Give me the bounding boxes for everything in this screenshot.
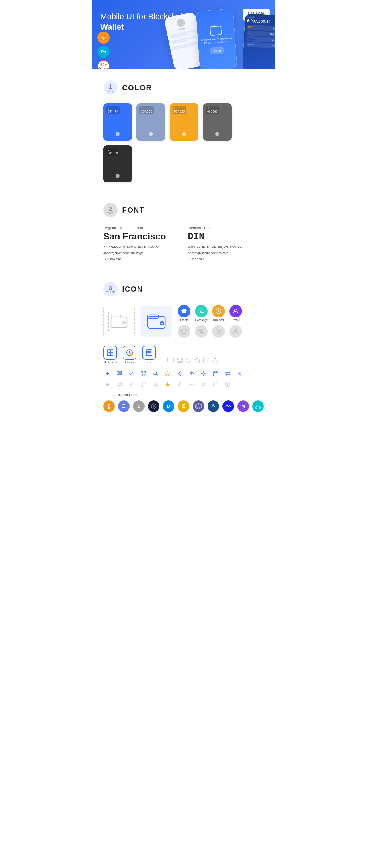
section-number-1: 1 ONE (103, 81, 117, 95)
svg-marker-73 (197, 404, 200, 408)
section-number-2: 2 TWO (103, 203, 117, 217)
svg-marker-63 (165, 382, 170, 387)
svg-rect-29 (168, 358, 173, 362)
wallet-icon-guideline (103, 306, 135, 337)
svg-point-16 (216, 329, 221, 334)
svg-rect-20 (110, 350, 113, 352)
x-icon-gray (200, 380, 207, 389)
waves-icon (223, 401, 234, 412)
svg-rect-44 (141, 374, 143, 376)
nav-icons-area: Assets Exchange Discover (178, 305, 264, 338)
svg-marker-72 (196, 403, 201, 409)
crypto-coins-row: ₿ Ξ Ł D Z M (103, 401, 264, 412)
settings-icon (200, 370, 207, 378)
svg-point-71 (227, 383, 228, 384)
icon-section: 3 THREE ICON (92, 271, 275, 421)
icon-profile: Profile (229, 305, 242, 322)
svg-point-49 (203, 373, 204, 374)
icon-title: ICON (122, 285, 143, 293)
icon-assets: Assets (178, 305, 190, 322)
swatch-orange: #F5A623 (170, 103, 198, 141)
font-section-header: 2 TWO FONT (103, 203, 264, 217)
svg-rect-21 (107, 353, 110, 355)
section-number-3: 3 THREE (103, 282, 117, 296)
bitcoin-icon: ₿ (103, 401, 115, 412)
litecoin-icon: Ł (133, 401, 144, 412)
info-icon (212, 358, 218, 364)
icon-discover: Discover (212, 305, 225, 322)
chevron-left-icon (175, 370, 184, 378)
refresh-icon (211, 380, 220, 389)
ethereum-icon: Ξ (118, 401, 130, 412)
icon-exchange: Exchange (195, 305, 207, 322)
svg-rect-59 (144, 382, 146, 384)
chat-icon (167, 358, 174, 364)
grid-icon (193, 401, 204, 412)
wallet-icon-filled (140, 306, 172, 337)
moon-icon (186, 358, 192, 364)
swap-icon (224, 370, 232, 378)
nav-icons-top-row: Assets Exchange Discover (178, 305, 264, 322)
icon-order: Order (142, 346, 156, 364)
phones-area: Profile (161, 9, 275, 69)
color-section-header: 1 ONE COLOR (103, 81, 264, 95)
icon-history: History (123, 346, 137, 364)
close-icon (236, 370, 244, 378)
svg-point-30 (177, 358, 182, 360)
color-section: 1 ONE COLOR #3574FA #8DA0C8 #F5A623 #666… (92, 69, 275, 191)
share-icon (188, 370, 196, 378)
nav-icons-outline-row (178, 325, 264, 338)
matic-icon: M (237, 401, 249, 412)
ps-badge: Ps (97, 46, 110, 58)
svg-rect-32 (203, 358, 209, 362)
stratis-icon (207, 401, 219, 412)
svg-point-65 (191, 384, 192, 385)
icon-management: Mangment (103, 346, 117, 364)
bottom-nav-icons: Mangment History Order (103, 346, 264, 364)
svg-line-62 (156, 385, 158, 387)
search-icon (151, 370, 160, 378)
font-title: FONT (122, 206, 145, 215)
misc-icons-row (167, 358, 218, 364)
svg-marker-11 (181, 309, 187, 313)
svg-rect-50 (213, 372, 218, 376)
font-din: Medium · Bold DIN ABCDEFGHIJKLMNOPQRSTUV… (188, 226, 264, 261)
circle-icon (194, 358, 200, 364)
icon-section-header: 3 THREE ICON (103, 282, 264, 296)
edit-icon-gray (115, 380, 123, 389)
info-icon-gray (224, 380, 232, 389)
svg-rect-55 (117, 382, 121, 385)
utility-icons-row-gray (103, 380, 264, 389)
svg-marker-15 (181, 329, 187, 334)
svg-rect-6 (122, 321, 126, 324)
star-icon-orange (163, 380, 171, 389)
dash-icon: D (163, 401, 174, 412)
plus-icon-gray (103, 380, 111, 389)
svg-marker-48 (165, 372, 170, 376)
wallet-icon-gray (110, 314, 128, 328)
fonts-grid: Regular · Medium · Bold San Francisco AB… (103, 226, 264, 261)
check-icon (127, 370, 135, 378)
dots-icon (188, 380, 196, 389)
chevron-left-icon-gray (175, 380, 184, 389)
svg-rect-60 (141, 385, 143, 387)
blockchain-label: BlockChain Icon (103, 393, 264, 397)
font-section: 2 TWO FONT Regular · Medium · Bold San F… (92, 191, 275, 270)
svg-rect-43 (144, 371, 146, 373)
export-icon (211, 370, 220, 378)
stack-icon (177, 358, 183, 364)
qr-icon-gray (139, 380, 147, 389)
hero-badges: Ps 60+ Screens (97, 32, 110, 69)
svg-point-13 (218, 310, 219, 312)
swatch-dark: #303030 (103, 145, 132, 183)
svg-point-17 (218, 331, 219, 332)
swatch-gray-blue: #8DA0C8 (137, 103, 165, 141)
phone-right: myWallet 6,297,502.12 BTC 788.23 ETH 564… (242, 13, 275, 69)
utility-icons-row-blue (103, 370, 264, 378)
color-title: COLOR (122, 83, 152, 92)
svg-line-47 (156, 374, 158, 376)
plus-icon (103, 370, 111, 378)
star-icon (163, 370, 171, 378)
sky-icon (252, 401, 264, 412)
sketch-badge (97, 32, 110, 43)
